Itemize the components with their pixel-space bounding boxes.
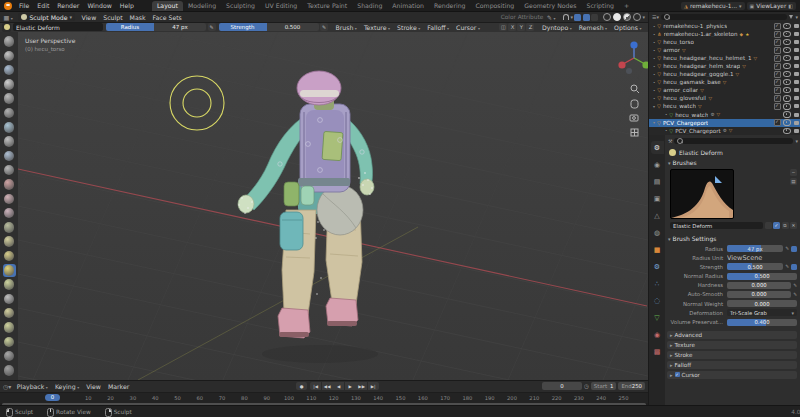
material-shading-icon[interactable] (623, 13, 631, 21)
properties-tab-physics[interactable]: ◌ (651, 294, 664, 307)
radius-pressure-button[interactable]: ✎ (208, 23, 216, 31)
render-camera-icon[interactable] (794, 96, 800, 100)
tool-blob[interactable] (3, 135, 16, 148)
normal-radius-slider[interactable]: 0.500 (727, 273, 797, 280)
blender-logo-icon[interactable] (4, 2, 12, 10)
visibility-eye-icon[interactable] (783, 71, 791, 77)
tool-smooth[interactable] (3, 164, 16, 177)
outliner-row-hecu_headgear_hecu_helmet_1[interactable]: •▽hecu_headgear_hecu_helmet_1▽✓ (649, 54, 800, 62)
workspace-tab-layout[interactable]: Layout (152, 1, 183, 11)
jump-to-start-button[interactable]: |◀ (310, 382, 321, 390)
render-camera-icon[interactable] (794, 56, 800, 60)
hardness-slider[interactable]: 0.000 (727, 282, 791, 289)
render-camera-icon[interactable] (794, 113, 800, 117)
workspace-tab-modeling[interactable]: Modeling (183, 1, 221, 11)
properties-tab-view-layer[interactable]: ▣ (651, 192, 664, 205)
outliner-row-armor[interactable]: •▽armor▽✓ (649, 46, 800, 54)
render-camera-icon[interactable] (794, 88, 800, 92)
tool-thumb[interactable] (3, 292, 16, 305)
radius-unit-view[interactable]: View (727, 254, 742, 261)
selectable-checkbox[interactable]: ✓ (774, 79, 781, 86)
tool-clay[interactable] (3, 64, 16, 77)
workspace-tab-texture-paint[interactable]: Texture Paint (302, 1, 352, 11)
panel-stroke[interactable]: ▸Stroke (667, 351, 797, 359)
selectable-checkbox[interactable]: ✓ (774, 95, 781, 102)
timeline-menu-keying[interactable]: Keying (51, 383, 82, 390)
workspace-tab-animation[interactable]: Animation (387, 1, 429, 11)
rendered-shading-icon[interactable] (633, 13, 641, 21)
play-reverse-button[interactable]: ◀ (333, 382, 344, 390)
tool-slide-relax[interactable] (3, 350, 16, 363)
expand-icon[interactable]: ▾ (653, 104, 655, 109)
viewport-menu-view[interactable]: View (78, 14, 100, 21)
viewport-menu-mask[interactable]: Mask (126, 14, 149, 21)
tool-grab[interactable] (3, 250, 16, 263)
mode-dropdown[interactable]: Sculpt Mode ▾ (18, 13, 75, 21)
tool-name-field[interactable]: Elastic Deform (13, 23, 103, 31)
workspace-tab-compositing[interactable]: Compositing (471, 1, 520, 11)
panel-texture[interactable]: ▸Texture (667, 341, 797, 349)
filter-icon[interactable] (789, 15, 793, 19)
selectable-checkbox[interactable]: ✓ (774, 87, 781, 94)
selectable-checkbox[interactable]: ✓ (774, 39, 781, 46)
outliner-search-input[interactable] (661, 14, 787, 21)
tool-tab-icon[interactable]: ⚒ (668, 138, 672, 144)
unlink-brush-button[interactable]: ✕ (790, 222, 797, 229)
viewport-menu-sculpt[interactable]: Sculpt (100, 14, 126, 21)
outliner-row-hecu_watch[interactable]: ▾▽hecu_watch▽✓ (649, 102, 800, 110)
render-camera-icon[interactable] (794, 64, 800, 68)
brush-settings-header[interactable]: ▾ Brush Settings (668, 235, 799, 242)
properties-tab-material[interactable]: ◉ (651, 328, 664, 341)
visibility-eye-icon[interactable] (783, 63, 791, 69)
properties-tab-render[interactable]: ◉ (651, 158, 664, 171)
workspace-tab-rendering[interactable]: Rendering (429, 1, 471, 11)
cursor-checkbox[interactable]: ✓ (675, 372, 680, 377)
volume-preservat--slider[interactable]: 0.400 (727, 319, 797, 326)
snapping-magnet-icon[interactable] (563, 14, 570, 20)
pressure-toggle-icon[interactable] (791, 246, 797, 252)
tool-clay-thumb[interactable] (3, 92, 16, 105)
brush-preview-thumbnail[interactable] (670, 169, 734, 219)
selectable-checkbox[interactable]: ✓ (774, 23, 781, 30)
visibility-eye-icon[interactable] (783, 119, 791, 125)
fake-user-button[interactable] (765, 222, 772, 229)
visibility-eye-icon[interactable] (783, 111, 791, 117)
solid-shading-icon[interactable] (613, 13, 621, 21)
properties-tab-scene[interactable]: △ (651, 209, 664, 222)
outliner-row-hecu_glovesfull[interactable]: •▽hecu_glovesfull▽✓ (649, 94, 800, 102)
render-camera-icon[interactable] (794, 32, 800, 36)
tool-layer[interactable] (3, 107, 16, 120)
tool-elastic-deform[interactable] (3, 264, 16, 277)
render-camera-icon[interactable] (794, 80, 800, 84)
panel-falloff[interactable]: ▸Falloff (667, 361, 797, 369)
outliner-display-mode-icon[interactable]: ☰▾ (652, 14, 659, 20)
deformation-dropdown[interactable]: Tri-Scale Grab▾ (727, 309, 797, 316)
proportional-edit-button[interactable] (574, 14, 581, 21)
render-camera-icon[interactable] (794, 121, 800, 125)
tool-nudge[interactable] (3, 321, 16, 334)
timeline-ruler[interactable]: 0 10203040506070809010011012013014015016… (0, 392, 648, 403)
properties-tab-texture[interactable]: ▩ (651, 345, 664, 358)
visibility-eye-icon[interactable] (783, 39, 791, 45)
tool-snake-hook[interactable] (3, 278, 16, 291)
playhead[interactable]: 0 (45, 394, 60, 402)
workspace-tab-scripting[interactable]: Scripting (582, 1, 620, 11)
use-preview-range-icon[interactable]: ◷ (584, 383, 589, 389)
render-camera-icon[interactable] (794, 40, 800, 44)
viewport-menu-face-sets[interactable]: Face Sets (149, 14, 185, 21)
falloff-type-button[interactable] (583, 14, 590, 21)
visibility-eye-icon[interactable] (783, 95, 791, 101)
selectable-checkbox[interactable]: ✓ (774, 31, 781, 38)
strength-pressure-button[interactable]: ✎ (320, 23, 328, 31)
render-camera-icon[interactable] (794, 24, 800, 28)
pressure-pen-icon[interactable]: ✎ (793, 292, 797, 297)
properties-tab-tool[interactable]: ⚙ (651, 141, 664, 154)
mirror-y-button[interactable]: Y (517, 23, 525, 31)
brush-menu-texture[interactable]: Texture (360, 24, 393, 31)
workspace-tab-geometry-nodes[interactable]: Geometry Nodes (519, 1, 581, 11)
visibility-eye-icon[interactable] (783, 31, 791, 37)
viewport-3d[interactable]: User Perspective (0) hecu_torso (18, 32, 648, 380)
shading-dropdown-icon[interactable]: ▾ (642, 14, 645, 20)
brushes-panel-header[interactable]: ▾ Brushes (668, 159, 799, 166)
outliner-row-armor_collar[interactable]: •▽armor_collar▽✓ (649, 86, 800, 94)
